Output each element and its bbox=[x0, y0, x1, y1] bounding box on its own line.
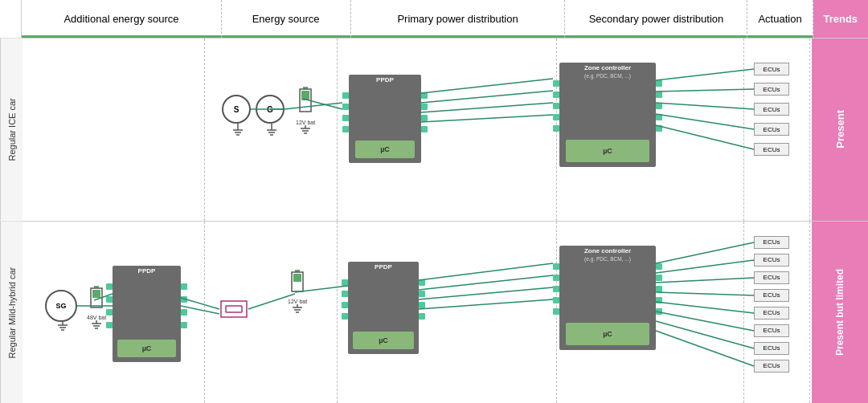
svg-rect-21 bbox=[421, 115, 428, 121]
sg-component: SG bbox=[45, 290, 77, 322]
header-underline-3 bbox=[351, 35, 565, 38]
header-underline-5 bbox=[747, 35, 812, 38]
svg-line-106 bbox=[656, 260, 754, 273]
svg-rect-82 bbox=[419, 291, 425, 297]
fuse-svg bbox=[219, 298, 248, 320]
zone-left-conn-row2 bbox=[553, 262, 561, 326]
svg-rect-87 bbox=[553, 286, 559, 292]
header-additional-energy: Additional energy source bbox=[22, 0, 221, 38]
ecu-5-row1: ECUs bbox=[754, 143, 789, 156]
svg-rect-48 bbox=[92, 290, 100, 298]
ppdp-left-row2: PPDP µC bbox=[113, 266, 181, 362]
ppdp-left-connectors bbox=[342, 91, 350, 139]
svg-rect-27 bbox=[553, 125, 559, 132]
label-mild-hybrid: Regular Mild-hybrid car bbox=[0, 222, 23, 404]
ecu-4-row2: ECUs bbox=[754, 289, 789, 302]
svg-rect-16 bbox=[342, 104, 349, 110]
ppdp-prim-l-conn bbox=[342, 278, 350, 330]
fuse-symbol-row2 bbox=[219, 298, 248, 320]
row-ice-car: Regular ICE car S bbox=[0, 39, 868, 222]
svg-line-45 bbox=[656, 125, 754, 149]
svg-rect-78 bbox=[342, 291, 348, 297]
ppdp-prim-r-conn bbox=[417, 278, 425, 330]
vdiv4 bbox=[743, 39, 744, 221]
svg-rect-80 bbox=[342, 313, 348, 320]
svg-rect-17 bbox=[342, 115, 349, 121]
svg-line-105 bbox=[656, 242, 754, 263]
svg-rect-15 bbox=[342, 92, 349, 99]
svg-rect-29 bbox=[656, 92, 662, 98]
svg-rect-23 bbox=[553, 80, 559, 87]
svg-rect-57 bbox=[106, 283, 113, 290]
svg-line-44 bbox=[656, 114, 754, 129]
bat12v-icon-row2 bbox=[290, 270, 305, 299]
zone-right-conn-row2 bbox=[654, 262, 662, 326]
bat48v-ground bbox=[92, 320, 101, 332]
svg-rect-83 bbox=[419, 302, 425, 308]
svg-rect-85 bbox=[553, 263, 559, 270]
bat12v-ground-row2 bbox=[293, 304, 302, 315]
svg-line-107 bbox=[656, 278, 754, 283]
svg-rect-61 bbox=[181, 283, 187, 290]
mu-c-ppdp-row1: µC bbox=[355, 140, 415, 158]
svg-line-104 bbox=[419, 299, 553, 309]
ppdp-right-connectors bbox=[420, 91, 428, 139]
s-component: S bbox=[222, 95, 251, 124]
svg-line-37 bbox=[421, 79, 553, 93]
svg-rect-86 bbox=[553, 275, 559, 281]
svg-rect-18 bbox=[342, 126, 349, 132]
svg-line-110 bbox=[656, 311, 754, 331]
trend-row1: Present bbox=[812, 39, 868, 221]
header-energy: Energy source bbox=[222, 0, 351, 38]
main-container: Additional energy source Energy source P… bbox=[0, 0, 868, 403]
diagram-ice-car: S G bbox=[23, 39, 868, 221]
svg-rect-20 bbox=[421, 104, 428, 110]
vdiv5-r2 bbox=[809, 222, 810, 404]
ecu-1-row2: ECUs bbox=[754, 236, 789, 249]
bat12v-icon-row1 bbox=[298, 87, 313, 119]
header-primary: Primary power distribution bbox=[351, 0, 566, 38]
svg-rect-19 bbox=[421, 92, 428, 99]
svg-rect-31 bbox=[656, 114, 662, 120]
svg-line-103 bbox=[419, 287, 553, 299]
mu-c-zone-row2: µC bbox=[566, 323, 649, 345]
svg-rect-22 bbox=[421, 126, 428, 132]
svg-rect-65 bbox=[221, 301, 247, 317]
ppdp-left-l-conn bbox=[106, 282, 114, 338]
zone-controller-row1: Zone controller (e.g. PDC, BCM, ...) bbox=[559, 63, 656, 167]
svg-line-111 bbox=[656, 321, 754, 348]
svg-rect-72 bbox=[293, 274, 301, 282]
svg-rect-89 bbox=[553, 308, 559, 315]
svg-rect-92 bbox=[656, 286, 662, 292]
ecu-7-row2: ECUs bbox=[754, 342, 789, 355]
svg-line-102 bbox=[419, 275, 553, 290]
svg-line-38 bbox=[421, 91, 553, 103]
svg-line-39 bbox=[421, 103, 553, 112]
rows-container: Regular ICE car S bbox=[0, 39, 868, 403]
svg-line-41 bbox=[656, 69, 754, 80]
ecu-1-row1: ECUs bbox=[754, 63, 789, 75]
svg-rect-88 bbox=[553, 297, 559, 303]
vdiv4-r2 bbox=[743, 222, 744, 404]
svg-rect-84 bbox=[419, 313, 425, 320]
zone-left-connectors-row1 bbox=[553, 79, 561, 143]
vdiv1-r2 bbox=[204, 222, 205, 404]
svg-line-40 bbox=[421, 115, 553, 122]
header-secondary: Secondary power distribution bbox=[565, 0, 747, 38]
bat48v-icon bbox=[89, 286, 104, 315]
svg-rect-62 bbox=[181, 296, 187, 303]
vdiv2-r2 bbox=[337, 222, 338, 404]
svg-rect-60 bbox=[106, 322, 113, 328]
header-underline-1 bbox=[22, 35, 220, 38]
g-ground-svg bbox=[267, 124, 276, 136]
header-actuation: Actuation bbox=[747, 0, 813, 38]
corner-cell bbox=[0, 0, 22, 38]
svg-rect-10 bbox=[301, 91, 309, 100]
svg-line-109 bbox=[656, 302, 754, 313]
row-mild-hybrid: Regular Mild-hybrid car SG bbox=[0, 222, 868, 404]
vdiv1 bbox=[204, 39, 205, 221]
svg-rect-93 bbox=[656, 297, 662, 303]
ppdp-row1: PPDP bbox=[349, 75, 421, 163]
ecu-5-row2: ECUs bbox=[754, 307, 789, 320]
g-component: G bbox=[256, 95, 285, 124]
